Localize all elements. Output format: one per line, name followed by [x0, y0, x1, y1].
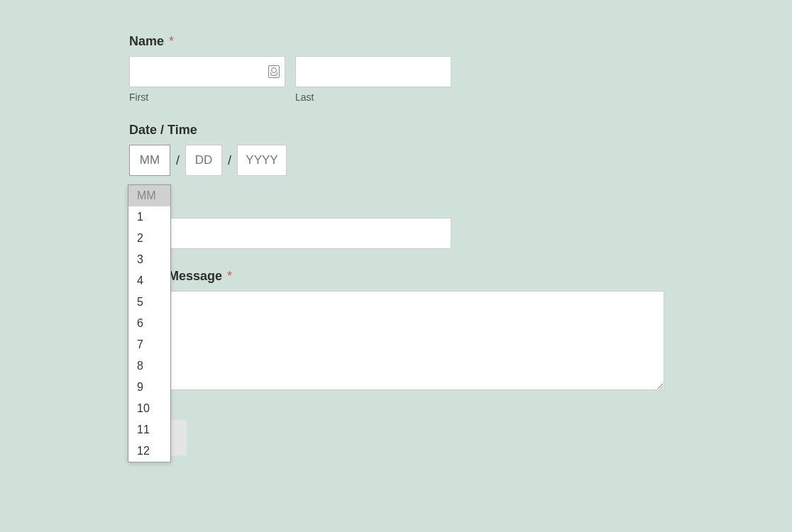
first-name-input[interactable] [129, 56, 285, 87]
name-required-indicator: * [169, 34, 174, 48]
last-name-col: Last [295, 56, 451, 103]
year-input[interactable] [237, 145, 287, 176]
month-dropdown-placeholder[interactable]: MM [128, 185, 170, 206]
name-row: First Last [129, 56, 792, 103]
contact-card-icon[interactable] [268, 65, 280, 78]
obscured-input[interactable] [129, 218, 451, 249]
name-label: Name * [129, 34, 792, 49]
day-input[interactable] [185, 145, 222, 176]
month-option-1[interactable]: 1 [128, 206, 170, 228]
last-sublabel: Last [295, 92, 451, 103]
month-option-6[interactable]: 6 [128, 313, 170, 334]
datetime-label: Date / Time [129, 123, 792, 138]
month-dropdown[interactable]: MM 1 2 3 4 5 6 7 8 9 10 11 12 [128, 184, 171, 462]
comment-required-indicator: * [227, 269, 232, 283]
month-option-3[interactable]: 3 [128, 249, 170, 270]
date-separator-2: / [228, 153, 231, 168]
obscured-label [129, 196, 792, 211]
last-name-input[interactable] [295, 56, 451, 87]
name-field-group: Name * First Last [129, 34, 792, 103]
month-option-11[interactable]: 11 [128, 419, 170, 440]
datetime-field-group: Date / Time / / [129, 123, 792, 176]
name-label-text: Name [129, 34, 164, 48]
first-sublabel: First [129, 92, 285, 103]
month-option-2[interactable]: 2 [128, 228, 170, 249]
obscured-field-group [129, 196, 792, 249]
comment-field-group: ent or Message * [129, 269, 792, 393]
form-container: Name * First Last Date / Time / / [0, 0, 792, 455]
comment-label: ent or Message * [129, 269, 792, 284]
first-name-col: First [129, 56, 285, 103]
month-option-5[interactable]: 5 [128, 292, 170, 313]
month-option-4[interactable]: 4 [128, 270, 170, 292]
month-option-12[interactable]: 12 [128, 440, 170, 462]
date-separator-1: / [176, 153, 180, 168]
month-option-7[interactable]: 7 [128, 334, 170, 355]
comment-textarea[interactable] [129, 291, 664, 390]
first-name-wrap [129, 56, 285, 87]
month-option-8[interactable]: 8 [128, 355, 170, 377]
date-row: / / [129, 145, 792, 176]
month-option-9[interactable]: 9 [128, 377, 170, 398]
month-input[interactable] [129, 145, 170, 176]
month-option-10[interactable]: 10 [128, 398, 170, 419]
